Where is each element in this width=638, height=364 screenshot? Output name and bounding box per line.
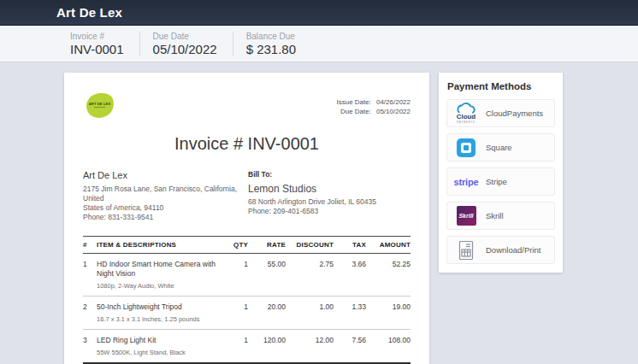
invoice-header: ART DE LEX Issue Date:04/26/2022 Due Dat… <box>83 92 411 122</box>
balance-due-label: Balance Due <box>246 32 296 41</box>
bill-to-name: Lemon Studios <box>248 183 411 195</box>
item-name: 50-Inch Lightweight Tripod <box>97 302 219 312</box>
issue-date-row: Issue Date:04/26/2022 <box>336 98 411 108</box>
seller-phone: Phone: 831-331-9541 <box>83 213 248 222</box>
invoice-title: Invoice # INV-0001 <box>83 134 411 154</box>
row-tax: 1.33 <box>334 302 366 324</box>
pay-cloudpayments-label: CloudPayments <box>486 109 543 118</box>
seller-address-line1: 2175 Jim Rosa Lane, San Francisco, Calif… <box>83 185 248 203</box>
row-discount: 2.75 <box>286 260 334 291</box>
row-item: LED Ring Light Kit 55W 5500K, Light Stan… <box>97 336 224 357</box>
download-print-label: Download/Print <box>486 245 541 255</box>
row-item: HD Indoor Smart Home Camera with Night V… <box>97 260 224 291</box>
seller-address-block: Art De Lex 2175 Jim Rosa Lane, San Franc… <box>83 170 248 222</box>
topbar: Art De Lex <box>0 0 638 26</box>
balance-due-value: $ 231.80 <box>246 42 296 56</box>
bill-to-block: Bill To: Lemon Studios 68 North Arlingto… <box>248 170 411 222</box>
row-item: 50-Inch Lightweight Tripod 16.7 x 3.1 x … <box>97 302 224 324</box>
item-name: HD Indoor Smart Home Camera with Night V… <box>97 260 219 279</box>
due-date-label: Due Date <box>153 32 217 41</box>
logo-text: ART DE LEX <box>89 102 111 106</box>
row-amount: 108.00 <box>366 336 411 357</box>
pay-cloudpayments-button[interactable]: Cloud PAYMENTS CloudPayments <box>446 99 555 127</box>
svg-text:PAYMENTS: PAYMENTS <box>457 120 476 123</box>
app-title: Art De Lex <box>0 5 122 20</box>
square-icon <box>453 138 479 157</box>
col-header-num: # <box>83 241 97 249</box>
table-row: 3 LED Ring Light Kit 55W 5500K, Light St… <box>83 330 411 364</box>
table-header-row: # ITEM & DESCRIPTIONS QTY RATE DISCOUNT … <box>83 236 411 254</box>
item-description: 55W 5500K, Light Stand, Black <box>97 348 219 357</box>
row-rate: 120.00 <box>248 336 286 357</box>
bill-to-address: 68 North Arlington Drive Joliet, IL 6043… <box>248 197 411 207</box>
due-date-row: Due Date:05/10/2022 <box>336 108 411 117</box>
item-description: 1080p, 2-Way Audio, White <box>97 281 219 291</box>
row-num: 2 <box>83 302 97 324</box>
address-section: Art De Lex 2175 Jim Rosa Lane, San Franc… <box>83 170 411 222</box>
cloudpayments-icon: Cloud PAYMENTS <box>453 103 479 125</box>
col-header-amount: AMOUNT <box>366 241 411 249</box>
due-date-value: 05/10/2022 <box>153 42 217 56</box>
download-print-button[interactable]: Download/Print <box>446 236 555 264</box>
stripe-icon: stripe <box>453 177 479 187</box>
item-name: LED Ring Light Kit <box>97 336 219 345</box>
row-rate: 20.00 <box>248 302 286 324</box>
summary-field-balance-due: Balance Due $ 231.80 <box>246 32 296 56</box>
row-tax: 3.66 <box>334 260 366 291</box>
pay-square-button[interactable]: Square <box>446 133 555 161</box>
row-discount: 12.00 <box>286 336 334 357</box>
pay-skrill-label: Skrill <box>486 211 504 220</box>
payment-methods-title: Payment Methods <box>447 81 555 91</box>
row-num: 1 <box>83 260 97 291</box>
doc-due-date-value: 05/10/2022 <box>376 108 411 115</box>
item-description: 16.7 x 3.1 x 3.1 inches, 1.25 pounds <box>97 314 219 324</box>
table-row: 1 HD Indoor Smart Home Camera with Night… <box>83 254 411 296</box>
summary-field-invoice-number: Invoice # INV-0001 <box>70 32 140 56</box>
invoice-dates: Issue Date:04/26/2022 Due Date:05/10/202… <box>336 92 411 122</box>
invoice-summary-bar: Invoice # INV-0001 Due Date 05/10/2022 B… <box>0 26 638 62</box>
skrill-icon: Skrill <box>453 206 479 226</box>
row-tax: 7.56 <box>334 336 366 357</box>
col-header-item: ITEM & DESCRIPTIONS <box>97 241 224 249</box>
invoice-number-label: Invoice # <box>70 32 124 41</box>
issue-date-label: Issue Date: <box>336 98 370 106</box>
issue-date-value: 04/26/2022 <box>376 98 411 106</box>
art-de-lex-logo-blob: ART DE LEX <box>83 92 117 119</box>
bill-to-phone: Phone: 209-401-6583 <box>248 207 411 216</box>
invoice-view-page: { "topbar": { "title": "Art De Lex" }, "… <box>0 0 638 364</box>
row-amount: 52.25 <box>366 260 411 291</box>
seller-name: Art De Lex <box>83 170 248 180</box>
col-header-tax: TAX <box>334 241 366 249</box>
pay-skrill-button[interactable]: Skrill Skrill <box>446 202 555 230</box>
bill-to-label: Bill To: <box>248 170 411 179</box>
pay-square-label: Square <box>486 143 512 152</box>
summary-field-due-date: Due Date 05/10/2022 <box>153 32 233 56</box>
col-header-rate: RATE <box>248 241 286 249</box>
row-qty: 1 <box>224 260 248 291</box>
company-logo: ART DE LEX <box>83 92 117 122</box>
row-qty: 1 <box>224 302 248 324</box>
invoice-number-value: INV-0001 <box>70 42 124 56</box>
pay-stripe-button[interactable]: stripe Stripe <box>446 167 555 196</box>
payment-methods-panel: Payment Methods Cloud PAYMENTS CloudPaym… <box>439 73 563 273</box>
seller-address-line2: States of America, 94110 <box>83 203 248 213</box>
pay-stripe-label: Stripe <box>486 177 507 186</box>
document-print-icon <box>453 240 479 261</box>
col-header-discount: DISCOUNT <box>286 241 334 249</box>
row-discount: 1.00 <box>286 302 334 324</box>
col-header-qty: QTY <box>224 241 248 249</box>
line-items-table: # ITEM & DESCRIPTIONS QTY RATE DISCOUNT … <box>83 236 411 364</box>
table-row: 2 50-Inch Lightweight Tripod 16.7 x 3.1 … <box>83 296 411 330</box>
row-amount: 19.00 <box>366 302 411 324</box>
doc-due-date-label: Due Date: <box>340 108 371 115</box>
row-qty: 1 <box>224 336 248 357</box>
row-num: 3 <box>83 336 97 357</box>
svg-text:Cloud: Cloud <box>457 113 476 120</box>
invoice-document: ART DE LEX Issue Date:04/26/2022 Due Dat… <box>64 73 429 364</box>
row-rate: 55.00 <box>248 260 286 291</box>
